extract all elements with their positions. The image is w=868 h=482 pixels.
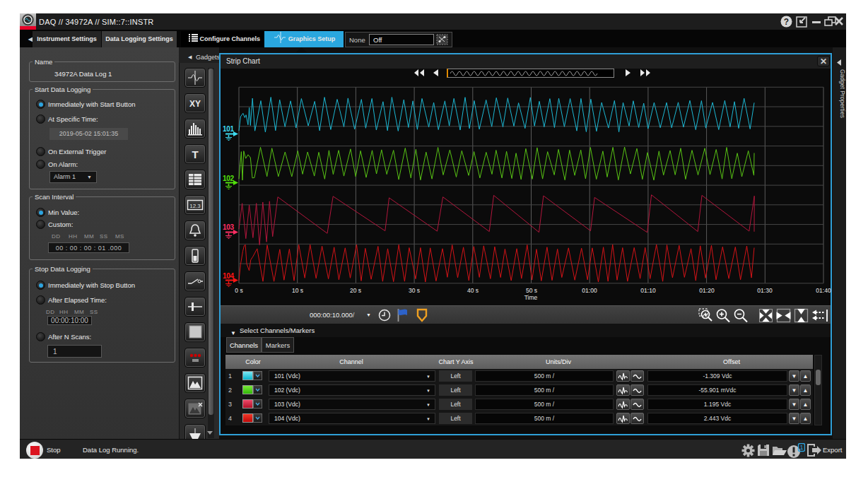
svg-text:?: ? (784, 17, 789, 27)
svg-text:1: 1 (799, 444, 803, 451)
svg-text:T: T (192, 148, 198, 160)
svg-text:XY: XY (189, 99, 201, 109)
svg-text:12.3: 12.3 (189, 203, 201, 209)
